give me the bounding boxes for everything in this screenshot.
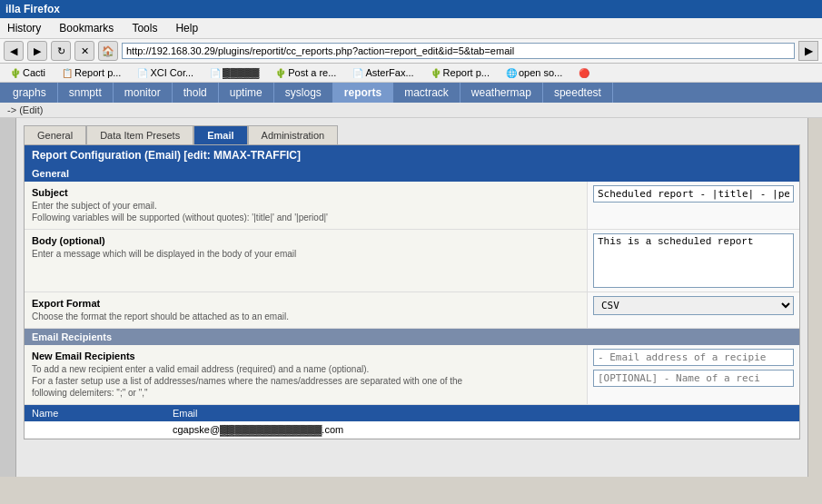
body-field: This is a scheduled report [588, 230, 799, 292]
asterfax-icon: 📄 [352, 68, 363, 78]
bookmark-report1[interactable]: 📋 Report p... [55, 65, 127, 80]
menu-bookmarks[interactable]: Bookmarks [55, 20, 117, 36]
cacti-icon: 🌵 [10, 68, 21, 78]
body-label: Body (optional) Enter a message which wi… [25, 230, 588, 292]
bookmark-label: XCI Cor... [150, 67, 193, 78]
tab-snmptt[interactable]: snmptt [58, 83, 114, 103]
tab-graphs[interactable]: graphs [2, 83, 58, 103]
address-input[interactable] [122, 43, 795, 59]
new-recipients-label: New Email Recipients To add a new recipi… [25, 345, 588, 404]
form-tabs: General Data Item Presets Email Administ… [24, 125, 800, 144]
form-container: Report Configuration (Email) [edit: MMAX… [24, 144, 800, 440]
bookmark-label: AsterFax... [365, 67, 413, 78]
form-tab-general[interactable]: General [24, 125, 86, 144]
report-icon-2: 🌵 [431, 68, 441, 78]
bookmark-asterfax[interactable]: 📄 AsterFax... [346, 65, 420, 80]
export-format-field: CSV PDF XML [588, 292, 799, 328]
menu-history[interactable]: History [4, 20, 45, 36]
bookmark-label: Report p... [443, 67, 490, 78]
new-recipients-label-desc: To add a new recipient enter a valid ema… [32, 364, 462, 398]
export-format-select[interactable]: CSV PDF XML [593, 296, 794, 315]
subject-field [588, 182, 799, 229]
forward-button[interactable]: ▶ [27, 41, 47, 61]
form-header: Report Configuration (Email) [edit: MMAX… [25, 145, 799, 165]
post-icon: 🌵 [275, 68, 286, 78]
main-content: General Data Item Presets Email Administ… [0, 118, 822, 477]
body-label-title: Body (optional) [32, 235, 579, 246]
email-recipients-section-header: Email Recipients [25, 329, 799, 345]
left-sidebar [0, 118, 16, 477]
form-tab-email[interactable]: Email [193, 125, 247, 144]
form-header-title: Report Configuration (Email) [32, 149, 181, 162]
tab-uptime[interactable]: uptime [219, 83, 274, 103]
stop-button[interactable]: ✕ [74, 41, 94, 61]
bookmark-label: ▓▓▓▓▓ [223, 67, 259, 78]
email-name-input[interactable] [593, 370, 794, 387]
address-bar: ◀ ▶ ↻ ✕ 🏠 ▶ [0, 39, 822, 64]
new-recipients-label-title: New Email Recipients [32, 351, 579, 361]
masked-icon: 📄 [210, 68, 221, 78]
menu-help[interactable]: Help [172, 20, 202, 36]
subject-input[interactable] [593, 185, 794, 203]
export-format-row: Export Format Choose the format the repo… [25, 292, 799, 329]
recipient-name [25, 421, 165, 439]
tab-syslogs[interactable]: syslogs [274, 83, 333, 103]
bookmark-label: Report p... [74, 67, 121, 78]
menu-tools[interactable]: Tools [128, 20, 161, 36]
recipients-table: Name Email cgapske@▓▓▓▓▓▓▓▓▓▓▓▓▓▓.com [25, 405, 799, 439]
menu-bar: History Bookmarks Tools Help [0, 18, 822, 39]
subject-label: Subject Enter the subject of your email.… [25, 182, 588, 229]
new-recipients-row: New Email Recipients To add a new recipi… [25, 345, 799, 405]
breadcrumb: -> (Edit) [0, 103, 822, 118]
tab-reports[interactable]: reports [333, 83, 393, 103]
bookmark-label: open so... [519, 67, 562, 78]
form-tab-administration[interactable]: Administration [248, 125, 339, 144]
body-label-desc: Enter a message which will be displayed … [32, 249, 296, 259]
content-area: General Data Item Presets Email Administ… [16, 118, 807, 477]
form-header-subtitle: [edit: MMAX-TRAFFIC] [183, 149, 301, 162]
title-text: illa Firefox [5, 3, 60, 15]
go-button[interactable]: ▶ [798, 41, 818, 61]
email-address-input[interactable] [593, 349, 794, 366]
bookmark-cacti[interactable]: 🌵 Cacti [4, 65, 52, 80]
bookmark-label: Post a re... [288, 67, 336, 78]
red-icon: 🔴 [579, 68, 589, 78]
open-source-icon: 🌐 [506, 68, 517, 78]
subject-label-title: Subject [32, 187, 579, 198]
bookmark-post[interactable]: 🌵 Post a re... [269, 65, 342, 80]
export-format-label: Export Format Choose the format the repo… [25, 292, 588, 328]
bookmark-masked[interactable]: 📄 ▓▓▓▓▓ [203, 65, 265, 80]
bookmark-xci[interactable]: 📄 XCI Cor... [131, 65, 200, 80]
subject-label-desc: Enter the subject of your email.Followin… [32, 201, 328, 222]
bookmark-open-source[interactable]: 🌐 open so... [500, 65, 569, 80]
table-row: cgapske@▓▓▓▓▓▓▓▓▓▓▓▓▓▓.com [25, 421, 799, 439]
bookmark-label: Cacti [23, 67, 45, 78]
col-name: Name [25, 405, 165, 421]
refresh-button[interactable]: ↻ [51, 41, 71, 61]
general-section-header: General [25, 165, 799, 182]
bookmark-red[interactable]: 🔴 [572, 66, 596, 80]
subject-row: Subject Enter the subject of your email.… [25, 182, 799, 230]
body-row: Body (optional) Enter a message which wi… [25, 230, 799, 292]
body-textarea[interactable]: This is a scheduled report [593, 233, 794, 288]
nav-tabs: graphs snmptt monitor thold uptime syslo… [0, 83, 822, 103]
tab-speedtest[interactable]: speedtest [543, 83, 613, 103]
tab-mactrack[interactable]: mactrack [393, 83, 461, 103]
back-button[interactable]: ◀ [4, 41, 24, 61]
tab-thold[interactable]: thold [173, 83, 219, 103]
form-tab-data-item-presets[interactable]: Data Item Presets [86, 125, 193, 144]
export-format-label-desc: Choose the format the report should be a… [32, 311, 289, 321]
new-recipients-field [588, 345, 799, 404]
export-format-label-title: Export Format [32, 298, 579, 309]
recipient-email: cgapske@▓▓▓▓▓▓▓▓▓▓▓▓▓▓.com [165, 421, 799, 439]
bookmarks-bar: 🌵 Cacti 📋 Report p... 📄 XCI Cor... 📄 ▓▓▓… [0, 64, 822, 83]
report-icon-1: 📋 [62, 68, 73, 78]
xci-icon: 📄 [137, 68, 148, 78]
title-bar: illa Firefox [0, 0, 822, 18]
bookmark-report2[interactable]: 🌵 Report p... [424, 65, 496, 80]
tab-weathermap[interactable]: weathermap [461, 83, 543, 103]
col-email: Email [165, 405, 799, 421]
tab-monitor[interactable]: monitor [114, 83, 173, 103]
scrollbar-right[interactable] [807, 118, 822, 477]
home-button[interactable]: 🏠 [98, 41, 118, 61]
